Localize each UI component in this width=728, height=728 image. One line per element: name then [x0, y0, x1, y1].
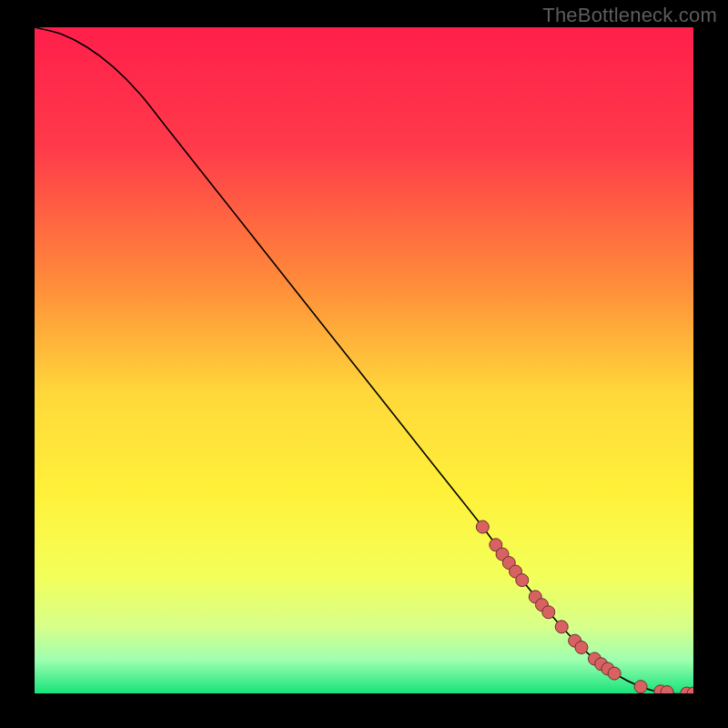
data-marker — [516, 574, 529, 587]
markers-group — [476, 521, 693, 693]
data-marker — [575, 641, 588, 653]
data-marker — [634, 681, 647, 693]
data-marker — [608, 667, 621, 680]
chart-svg — [35, 27, 693, 693]
curve-path — [35, 27, 693, 693]
data-marker — [476, 521, 489, 533]
plot-area — [35, 27, 693, 693]
chart-frame: TheBottleneck.com — [0, 0, 728, 728]
watermark-text: TheBottleneck.com — [542, 4, 717, 27]
data-marker — [555, 621, 568, 633]
data-marker — [542, 606, 555, 619]
